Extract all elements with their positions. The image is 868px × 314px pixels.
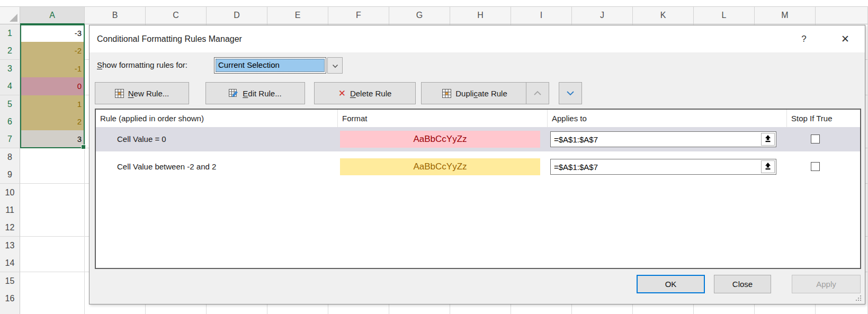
- table-grid-icon: [115, 89, 124, 98]
- cell-A1[interactable]: -3: [20, 24, 85, 42]
- help-icon[interactable]: ?: [798, 25, 810, 52]
- collapse-dialog-arrow-icon: [764, 134, 772, 144]
- chevron-up-icon: [533, 91, 542, 96]
- show-rules-label: Show formatting rules for:: [97, 60, 187, 69]
- cell-A16[interactable]: [20, 290, 85, 308]
- duplicate-rule-button[interactable]: Duplicate Rule: [421, 82, 529, 104]
- cell-E[interactable]: [267, 307, 328, 314]
- row-header-15[interactable]: 15: [0, 272, 20, 290]
- table-grid-icon: [442, 89, 451, 98]
- row-header-3[interactable]: 3: [0, 60, 20, 78]
- dropdown-chevron-button[interactable]: [327, 57, 343, 74]
- cell-A9[interactable]: [20, 166, 85, 184]
- row-header-12[interactable]: 12: [0, 219, 20, 237]
- cell-F[interactable]: [328, 307, 389, 314]
- row-header-14[interactable]: 14: [0, 254, 20, 272]
- stop-if-true-checkbox[interactable]: [811, 162, 820, 171]
- rule-row-cell-value-between[interactable]: Cell Value between -2 and 2 AaBbCcYyZz: [96, 155, 860, 179]
- rule-row-cell-value-0[interactable]: Cell Value = 0 AaBbCcYyZz: [96, 127, 860, 151]
- cell-A8[interactable]: [20, 148, 85, 166]
- red-x-icon: ✕: [338, 89, 346, 98]
- applies-to-input[interactable]: [550, 159, 776, 175]
- show-rules-dropdown[interactable]: Current Selection: [214, 57, 326, 74]
- move-rule-up-button[interactable]: [526, 82, 549, 104]
- dialog-title: Conditional Formatting Rules Manager: [97, 25, 242, 52]
- cell-J[interactable]: [572, 307, 633, 314]
- row-header-6[interactable]: 6: [0, 113, 20, 131]
- format-preview: AaBbCcYyZz: [340, 131, 540, 148]
- row-header-7[interactable]: 7: [0, 130, 20, 148]
- close-button[interactable]: Close: [714, 275, 771, 293]
- row-header-4[interactable]: 4: [0, 77, 20, 95]
- row-header-1[interactable]: 1: [0, 24, 20, 42]
- cell-I[interactable]: [511, 307, 572, 314]
- cell-M[interactable]: [755, 307, 816, 314]
- header-rule: Rule (applied in order shown): [96, 110, 337, 127]
- edit-rule-button[interactable]: Edit Rule...: [205, 82, 305, 104]
- cell-A7[interactable]: 3: [20, 130, 85, 148]
- applies-to-field: [550, 159, 776, 175]
- cell-A6[interactable]: 2: [20, 113, 85, 131]
- collapse-dialog-arrow-icon: [764, 162, 772, 172]
- cell-B[interactable]: [85, 307, 146, 314]
- range-selector-button[interactable]: [761, 133, 775, 146]
- chevron-down-icon: [332, 61, 338, 70]
- cell-A13[interactable]: [20, 237, 85, 255]
- cell-A11[interactable]: [20, 201, 85, 219]
- header-stop-if-true: Stop If True: [786, 110, 860, 127]
- cell-L[interactable]: [694, 307, 755, 314]
- row-header-5[interactable]: 5: [0, 95, 20, 113]
- row-header-2[interactable]: 2: [0, 42, 20, 60]
- row-header-partial[interactable]: [0, 307, 20, 314]
- stop-if-true-checkbox[interactable]: [811, 134, 820, 143]
- applies-to-input[interactable]: [550, 131, 776, 147]
- header-format: Format: [337, 110, 547, 127]
- cell-A10[interactable]: [20, 184, 85, 202]
- cell-A3[interactable]: -1: [20, 60, 85, 78]
- applies-to-field: [550, 131, 776, 147]
- ok-button[interactable]: OK: [637, 275, 705, 293]
- cell-A5[interactable]: 1: [20, 95, 85, 113]
- close-icon[interactable]: ✕: [838, 25, 852, 52]
- chevron-down-icon: [566, 91, 575, 96]
- cell-A4[interactable]: 0: [20, 77, 85, 95]
- apply-button[interactable]: Apply: [792, 275, 861, 293]
- rule-name: Cell Value = 0: [117, 127, 166, 151]
- row-header-13[interactable]: 13: [0, 237, 20, 255]
- cell-K[interactable]: [633, 307, 694, 314]
- conditional-formatting-rules-manager-dialog: Conditional Formatting Rules Manager ? ✕…: [89, 25, 865, 304]
- rules-list: Rule (applied in order shown) Format App…: [95, 109, 861, 269]
- cell-G[interactable]: [389, 307, 450, 314]
- row-header-10[interactable]: 10: [0, 184, 20, 202]
- resize-grip[interactable]: [855, 294, 861, 301]
- cell-A2[interactable]: -2: [20, 42, 85, 60]
- format-preview: AaBbCcYyZz: [340, 158, 540, 175]
- table-pencil-icon: [229, 89, 238, 98]
- dropdown-selected-value: Current Selection: [216, 59, 325, 72]
- cell-C[interactable]: [146, 307, 207, 314]
- delete-rule-button[interactable]: ✕ Delete Rule: [314, 82, 416, 104]
- rules-list-header: Rule (applied in order shown) Format App…: [96, 110, 860, 128]
- dialog-titlebar: Conditional Formatting Rules Manager ? ✕: [90, 25, 865, 52]
- row-header-16[interactable]: 16: [0, 290, 20, 308]
- excel-window: ABCDEFGHIJKLM 1-32-23-140516273891011121…: [0, 0, 868, 314]
- cell-A12[interactable]: [20, 219, 85, 237]
- cell-N[interactable]: [816, 307, 868, 314]
- new-rule-button[interactable]: New Rule...: [95, 82, 189, 104]
- cell-H[interactable]: [450, 307, 511, 314]
- header-applies-to: Applies to: [547, 110, 786, 127]
- row-header-8[interactable]: 8: [0, 148, 20, 166]
- rules-toolbar: New Rule... Edit Rule... ✕ Delete Rule D…: [90, 82, 865, 104]
- cell-A14[interactable]: [20, 254, 85, 272]
- rule-name: Cell Value between -2 and 2: [117, 155, 216, 179]
- row-header-9[interactable]: 9: [0, 166, 20, 184]
- cell-A[interactable]: [20, 307, 85, 314]
- cell-A15[interactable]: [20, 272, 85, 290]
- row-header-11[interactable]: 11: [0, 201, 20, 219]
- move-rule-down-button[interactable]: [559, 82, 582, 104]
- range-selector-button[interactable]: [761, 160, 775, 173]
- cell-D[interactable]: [207, 307, 267, 314]
